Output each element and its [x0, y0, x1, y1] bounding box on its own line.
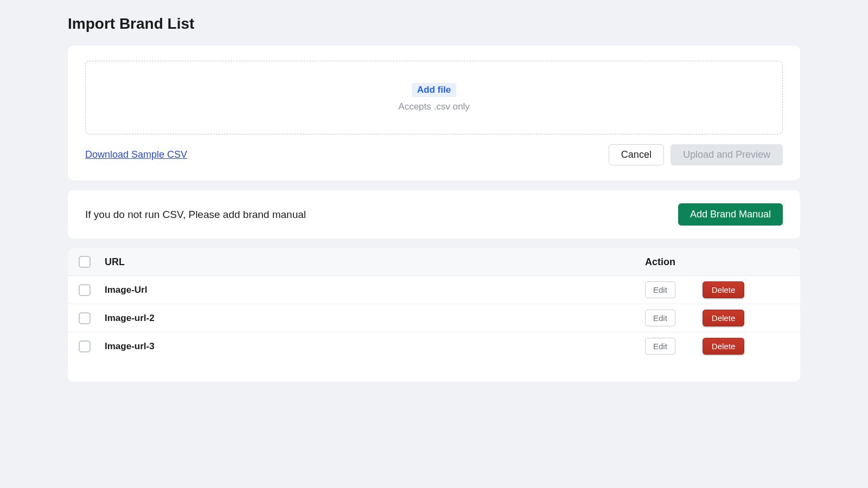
edit-button[interactable]: Edit	[645, 281, 675, 298]
table-body: Image-Url Edit Delete Image-url-2 Edit D…	[68, 276, 800, 382]
header-action: Action	[637, 256, 789, 268]
delete-button[interactable]: Delete	[703, 281, 744, 298]
table-row: Image-Url Edit Delete	[68, 276, 800, 304]
row-url: Image-Url	[105, 285, 637, 296]
upload-card: Add file Accepts .csv only Download Samp…	[68, 46, 800, 181]
edit-button[interactable]: Edit	[645, 338, 675, 355]
upload-button-row: Cancel Upload and Preview	[609, 144, 783, 165]
header-check-col	[79, 256, 105, 268]
manual-info-text: If you do not run CSV, Please add brand …	[85, 209, 306, 221]
delete-button[interactable]: Delete	[703, 338, 744, 355]
page-title: Import Brand List	[68, 15, 800, 33]
row-checkbox[interactable]	[79, 284, 91, 296]
dropzone-subtext: Accepts .csv only	[398, 101, 469, 112]
table-row: Image-url-3 Edit Delete	[68, 332, 800, 360]
row-checkbox[interactable]	[79, 312, 91, 324]
row-url: Image-url-2	[105, 313, 637, 324]
select-all-checkbox[interactable]	[79, 256, 91, 268]
file-dropzone[interactable]: Add file Accepts .csv only	[85, 61, 783, 134]
table-row: Image-url-2 Edit Delete	[68, 304, 800, 332]
header-url: URL	[105, 256, 637, 268]
manual-card: If you do not run CSV, Please add brand …	[68, 190, 800, 239]
add-brand-manual-button[interactable]: Add Brand Manual	[678, 203, 783, 226]
upload-actions: Download Sample CSV Cancel Upload and Pr…	[85, 144, 783, 165]
row-checkbox[interactable]	[79, 341, 91, 352]
brand-table: URL Action Image-Url Edit Delete Image-u…	[68, 248, 800, 382]
edit-button[interactable]: Edit	[645, 310, 675, 326]
download-sample-link[interactable]: Download Sample CSV	[85, 149, 187, 160]
upload-preview-button[interactable]: Upload and Preview	[671, 144, 783, 165]
delete-button[interactable]: Delete	[703, 310, 744, 326]
add-file-button[interactable]: Add file	[412, 83, 456, 97]
table-header: URL Action	[68, 248, 800, 276]
row-url: Image-url-3	[105, 341, 637, 352]
cancel-button[interactable]: Cancel	[609, 144, 664, 165]
